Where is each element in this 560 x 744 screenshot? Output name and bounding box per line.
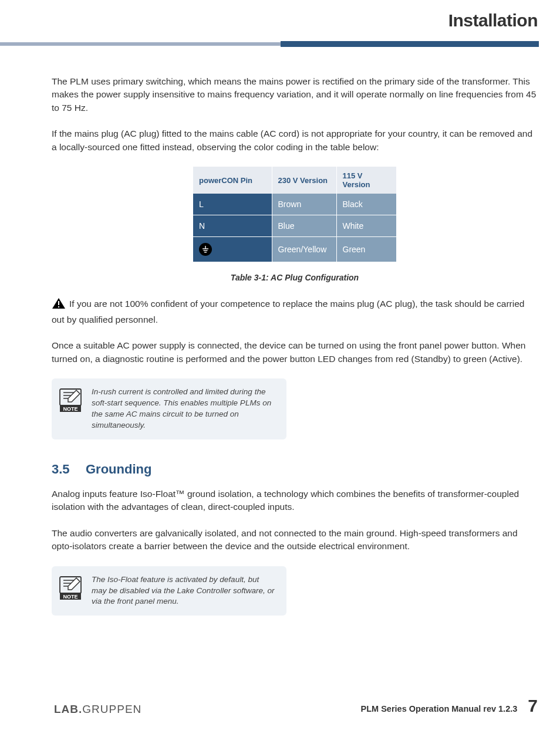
table-cell: Black <box>336 194 396 215</box>
footer-right: PLM Series Operation Manual rev 1.2.3 7 <box>361 696 538 716</box>
svg-rect-4 <box>58 301 59 305</box>
note-text: In-rush current is controlled and limite… <box>92 387 276 431</box>
paragraph: The audio converters are galvanically is… <box>52 527 538 553</box>
table-row: N Blue White <box>193 215 396 237</box>
logo-bold: LAB. <box>54 703 82 715</box>
content-area: The PLM uses primary switching, which me… <box>52 75 538 638</box>
svg-text:NOTE: NOTE <box>63 594 77 600</box>
warning-text: If you are not 100% confident of your co… <box>52 299 524 324</box>
logo-light: GRUPPEN <box>82 703 141 715</box>
paragraph: Once a suitable AC power supply is conne… <box>52 339 538 366</box>
page-number: 7 <box>528 696 538 716</box>
header-rule <box>0 41 560 47</box>
footer-text: PLM Series Operation Manual rev 1.2.3 <box>361 704 518 713</box>
footer: LAB.GRUPPEN PLM Series Operation Manual … <box>54 696 538 716</box>
paragraph: The PLM uses primary switching, which me… <box>52 75 538 114</box>
table-cell-ground <box>193 237 272 262</box>
paragraph: Analog inputs feature Iso-Float™ ground … <box>52 488 538 514</box>
svg-text:NOTE: NOTE <box>63 406 77 412</box>
section-number: 3.5 <box>52 462 86 477</box>
warning-paragraph: If you are not 100% confident of your co… <box>52 297 538 326</box>
note-icon: NOTE <box>59 388 83 415</box>
note-box: NOTE In-rush current is controlled and l… <box>52 378 286 439</box>
brand-logo: LAB.GRUPPEN <box>54 703 141 716</box>
svg-rect-5 <box>58 306 59 307</box>
note-text: The Iso-Float feature is activated by de… <box>92 574 276 608</box>
page-title: Installation <box>448 11 538 31</box>
warning-icon <box>52 297 66 313</box>
table-header: 115 V Version <box>336 167 396 194</box>
table-header: powerCON Pin <box>193 167 272 194</box>
section-title: Grounding <box>86 462 151 476</box>
table-cell: Blue <box>272 215 336 237</box>
table-row: L Brown Black <box>193 194 396 215</box>
table-cell: N <box>193 215 272 237</box>
table-header: 230 V Version <box>272 167 336 194</box>
note-box: NOTE The Iso-Float feature is activated … <box>52 566 286 616</box>
table-cell: White <box>336 215 396 237</box>
table-caption: Table 3-1: AC Plug Configuration <box>52 273 538 282</box>
table-cell: Green <box>336 237 396 262</box>
paragraph: If the mains plug (AC plug) fitted to th… <box>52 127 538 154</box>
table-cell: Green/Yellow <box>272 237 336 262</box>
ground-icon <box>199 243 212 256</box>
table-cell: Brown <box>272 194 336 215</box>
section-heading: 3.5Grounding <box>52 462 538 477</box>
ac-plug-table: powerCON Pin 230 V Version 115 V Version… <box>193 167 396 262</box>
table-row: Green/Yellow Green <box>193 237 396 262</box>
table-cell: L <box>193 194 272 215</box>
note-icon: NOTE <box>59 576 83 603</box>
